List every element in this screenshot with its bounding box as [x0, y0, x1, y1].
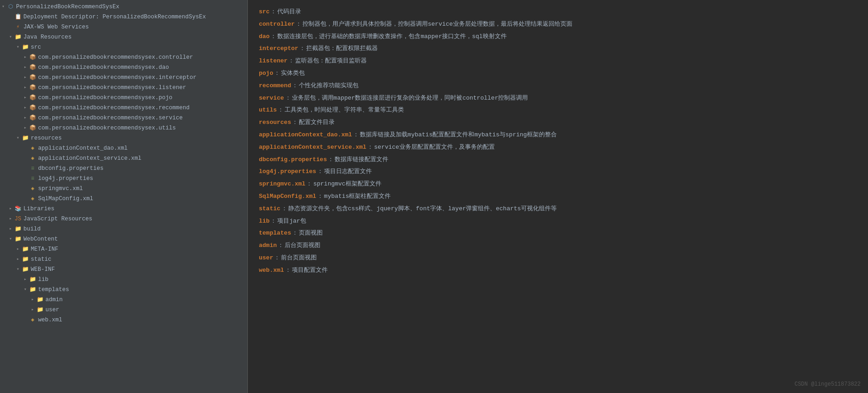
tree-item-pkg-dao[interactable]: 📦 com.personalizedbookrecommendsysex.dao [0, 62, 247, 73]
doc-line-6: recommend ： 个性化推荐功能实现包 [259, 81, 857, 91]
tree-item-user[interactable]: 📁 user [0, 305, 247, 315]
tree-item-appctx-service[interactable]: ◈ applicationContext_service.xml [0, 153, 247, 163]
file-label-static: static [31, 254, 51, 264]
file-label-sqlmap: SqlMapConfig.xml [38, 194, 93, 204]
file-label-meta-inf: META-INF [31, 244, 58, 254]
doc-val-3: 拦截器包：配置权限拦截器 [306, 44, 857, 54]
tree-item-java-resources[interactable]: 📁 Java Resources [0, 32, 247, 42]
tree-item-appctx-dao[interactable]: ◈ applicationContext_dao.xml [0, 143, 247, 153]
file-icon-appctx-dao: ◈ [28, 144, 37, 152]
file-label-webcontent: WebContent [23, 234, 58, 244]
tree-item-pkg-controller[interactable]: 📦 com.personalizedbookrecommendsysex.con… [0, 52, 247, 62]
file-icon-user: 📁 [36, 306, 44, 314]
tree-item-lib[interactable]: 📁 lib [0, 275, 247, 285]
doc-line-18: templates ： 页面视图 [259, 229, 857, 238]
tree-item-log4j[interactable]: ≡ log4j.properties [0, 174, 247, 184]
tree-item-jaxws[interactable]: ⚡ JAX-WS Web Services [0, 22, 247, 32]
tree-item-root[interactable]: ⬡ PersonalizedBookRecommendSysEx [0, 2, 247, 12]
doc-key-4: listener [259, 56, 287, 66]
tree-item-pkg-utils[interactable]: 📦 com.personalizedbookrecommendsysex.uti… [0, 123, 247, 133]
tree-item-build[interactable]: 📁 build [0, 224, 247, 234]
tree-item-pkg-interceptor[interactable]: 📦 com.personalizedbookrecommendsysex.int… [0, 73, 247, 83]
file-icon-web-inf: 📁 [21, 265, 29, 274]
file-label-pkg-dao: com.personalizedbookrecommendsysex.dao [38, 62, 169, 73]
tree-item-dbconfig[interactable]: ≡ dbconfig.properties [0, 163, 247, 174]
tree-item-js-resources[interactable]: JS JavaScript Resources [0, 214, 247, 224]
doc-val-10: 数据库链接及加载mybatis配置配置文件和mybatis与spring框架的整… [360, 130, 857, 140]
file-label-pkg-pojo: com.personalizedbookrecommendsysex.pojo [38, 93, 173, 103]
doc-val-2: 数据连接层包，进行基础的数据库增删改查操作，包含mapper接口文件，sql映射… [277, 32, 857, 42]
tree-item-deployment[interactable]: 📋 Deployment Descriptor: PersonalizedBoo… [0, 12, 247, 22]
doc-key-3: interceptor [259, 44, 298, 54]
tree-item-web-inf[interactable]: 📁 WEB-INF [0, 264, 247, 275]
file-label-webxml: web.xml [38, 315, 62, 325]
file-icon-root: ⬡ [6, 3, 15, 11]
doc-line-4: listener ： 监听器包：配置项目监听器 [259, 56, 857, 66]
file-icon-js-resources: JS [14, 215, 22, 223]
doc-key-1: controller [259, 20, 295, 29]
doc-line-20: user ： 前台页面视图 [259, 253, 857, 263]
tree-item-webcontent[interactable]: 📁 WebContent [0, 234, 247, 244]
tree-item-meta-inf[interactable]: 📁 META-INF [0, 244, 247, 254]
doc-key-10: applicationContext_dao.xml [259, 130, 352, 140]
tree-item-libraries[interactable]: 📚 Libraries [0, 204, 247, 214]
doc-key-19: admin [259, 241, 277, 251]
tree-item-pkg-listener[interactable]: 📦 com.personalizedbookrecommendsysex.lis… [0, 83, 247, 93]
doc-val-19: 后台页面视图 [285, 241, 857, 251]
file-icon-deployment: 📋 [14, 13, 22, 21]
file-tree-panel: ⬡ PersonalizedBookRecommendSysEx 📋 Deplo… [0, 0, 248, 393]
doc-val-18: 页面视图 [299, 229, 857, 238]
tree-item-sqlmap[interactable]: ◈ SqlMapConfig.xml [0, 194, 247, 204]
tree-item-static[interactable]: 📁 static [0, 254, 247, 264]
file-icon-log4j: ≡ [28, 174, 37, 183]
tree-item-pkg-service[interactable]: 📦 com.personalizedbookrecommendsysex.ser… [0, 113, 247, 123]
doc-panel: src ： 代码目录 controller ： 控制器包，用户请求到具体控制器，… [248, 0, 868, 393]
doc-sep-21: ： [285, 266, 291, 275]
doc-val-14: springmvc框架配置文件 [313, 180, 857, 189]
tree-item-pkg-recommend[interactable]: 📦 com.personalizedbookrecommendsysex.rec… [0, 103, 247, 113]
file-icon-src: 📁 [21, 43, 29, 51]
tree-item-webxml[interactable]: ◈ web.xml [0, 315, 247, 325]
file-icon-lib: 📁 [28, 275, 37, 284]
file-icon-webxml: ◈ [28, 316, 37, 324]
file-icon-pkg-utils: 📦 [28, 124, 37, 132]
doc-sep-1: ： [296, 20, 302, 29]
doc-line-7: service ： 业务层包，调用mapper数据连接层进行复杂的业务处理，同时… [259, 94, 857, 103]
doc-key-12: dbconfig.properties [259, 155, 327, 165]
doc-key-9: resources [259, 118, 291, 128]
doc-line-16: static ： 静态资源文件夹，包含css样式、jquery脚本、font字体… [259, 204, 857, 214]
tree-item-pkg-pojo[interactable]: 📦 com.personalizedbookrecommendsysex.poj… [0, 93, 247, 103]
file-icon-pkg-pojo: 📦 [28, 94, 37, 102]
file-label-user: user [45, 305, 59, 315]
doc-key-7: service [259, 94, 284, 103]
doc-line-17: lib ： 项目jar包 [259, 217, 857, 226]
tree-item-admin[interactable]: 📁 admin [0, 295, 247, 305]
file-label-pkg-interceptor: com.personalizedbookrecommendsysex.inter… [38, 73, 196, 83]
doc-key-13: log4j.properties [259, 167, 316, 177]
doc-sep-14: ： [306, 180, 312, 189]
doc-sep-2: ： [270, 32, 276, 42]
tree-item-springmvc[interactable]: ◈ springmvc.xml [0, 184, 247, 194]
doc-key-15: SqlMapConfig.xml [259, 192, 316, 202]
tree-item-templates[interactable]: 📁 templates [0, 285, 247, 295]
watermark: CSDN @linge511873822 [795, 381, 861, 387]
doc-sep-17: ： [270, 217, 276, 226]
tree-item-src[interactable]: 📁 src [0, 42, 247, 52]
file-label-deployment: Deployment Descriptor: PersonalizedBookR… [23, 12, 206, 22]
file-label-lib: lib [38, 275, 49, 285]
doc-sep-10: ： [353, 130, 359, 140]
doc-line-13: log4j.properties ： 项目日志配置文件 [259, 167, 857, 177]
doc-val-16: 静态资源文件夹，包含css样式、jquery脚本、font字体、layer弹窗组… [288, 204, 857, 214]
file-label-pkg-service: com.personalizedbookrecommendsysex.servi… [38, 113, 183, 123]
file-label-pkg-listener: com.personalizedbookrecommendsysex.liste… [38, 83, 186, 93]
file-icon-springmvc: ◈ [28, 185, 37, 193]
file-label-build: build [23, 224, 41, 234]
doc-key-20: user [259, 253, 273, 263]
tree-item-resources[interactable]: 📁 resources [0, 133, 247, 143]
file-label-templates: templates [38, 285, 69, 295]
doc-val-9: 配置文件目录 [299, 118, 857, 128]
doc-line-8: utils ： 工具类包，时间处理、字符串、常量等工具类 [259, 106, 857, 115]
doc-val-1: 控制器包，用户请求到具体控制器，控制器调用service业务层处理数据，最后将处… [302, 20, 857, 29]
doc-sep-16: ： [281, 204, 287, 214]
file-icon-pkg-service: 📦 [28, 114, 37, 122]
